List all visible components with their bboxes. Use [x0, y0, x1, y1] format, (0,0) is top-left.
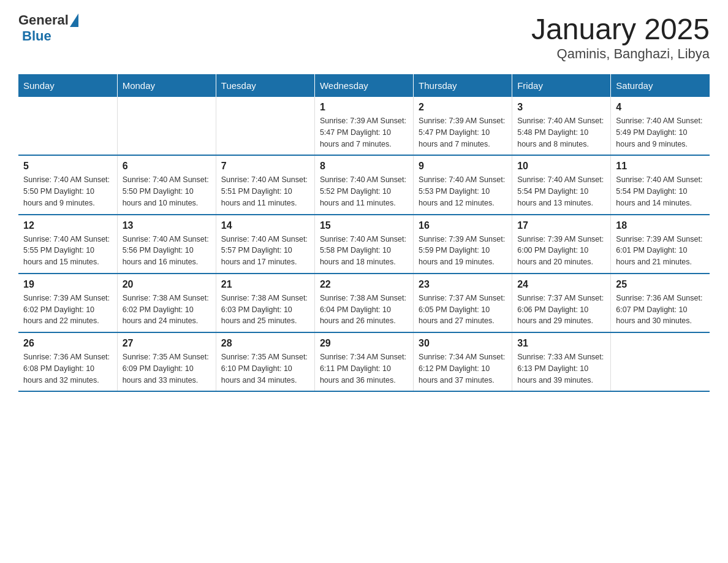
day-cell: 3Sunrise: 7:40 AM Sunset: 5:48 PM Daylig…	[512, 97, 611, 155]
day-cell	[611, 332, 710, 391]
logo-general-text: General	[18, 12, 69, 28]
day-number: 19	[23, 279, 112, 290]
day-info: Sunrise: 7:33 AM Sunset: 6:13 PM Dayligh…	[517, 351, 605, 386]
day-cell: 2Sunrise: 7:39 AM Sunset: 5:47 PM Daylig…	[414, 97, 512, 155]
day-cell: 18Sunrise: 7:39 AM Sunset: 6:01 PM Dayli…	[611, 215, 710, 274]
day-cell: 13Sunrise: 7:40 AM Sunset: 5:56 PM Dayli…	[117, 215, 216, 274]
logo-blue-text: Blue	[22, 28, 51, 44]
day-info: Sunrise: 7:36 AM Sunset: 6:08 PM Dayligh…	[23, 351, 112, 386]
day-number: 12	[23, 220, 112, 231]
day-cell: 8Sunrise: 7:40 AM Sunset: 5:52 PM Daylig…	[314, 155, 413, 214]
day-number: 22	[320, 279, 408, 290]
day-number: 28	[221, 338, 309, 349]
day-header-saturday: Saturday	[611, 74, 710, 97]
day-cell: 11Sunrise: 7:40 AM Sunset: 5:54 PM Dayli…	[611, 155, 710, 214]
day-info: Sunrise: 7:40 AM Sunset: 5:54 PM Dayligh…	[616, 174, 705, 209]
day-cell: 22Sunrise: 7:38 AM Sunset: 6:04 PM Dayli…	[314, 274, 413, 332]
day-info: Sunrise: 7:40 AM Sunset: 5:56 PM Dayligh…	[123, 234, 211, 268]
day-cell	[117, 97, 216, 155]
day-number: 3	[517, 102, 605, 113]
day-cell: 15Sunrise: 7:40 AM Sunset: 5:58 PM Dayli…	[314, 215, 413, 274]
day-number: 16	[419, 220, 507, 231]
day-cell: 16Sunrise: 7:39 AM Sunset: 5:59 PM Dayli…	[414, 215, 512, 274]
day-info: Sunrise: 7:40 AM Sunset: 5:58 PM Dayligh…	[320, 234, 408, 268]
day-number: 11	[616, 161, 705, 172]
day-info: Sunrise: 7:40 AM Sunset: 5:52 PM Dayligh…	[320, 174, 408, 209]
day-cell: 24Sunrise: 7:37 AM Sunset: 6:06 PM Dayli…	[512, 274, 611, 332]
day-number: 24	[517, 279, 605, 290]
day-number: 9	[419, 161, 507, 172]
day-info: Sunrise: 7:40 AM Sunset: 5:50 PM Dayligh…	[123, 174, 211, 209]
day-info: Sunrise: 7:37 AM Sunset: 6:06 PM Dayligh…	[517, 293, 605, 327]
day-header-thursday: Thursday	[414, 74, 512, 97]
calendar-table: SundayMondayTuesdayWednesdayThursdayFrid…	[18, 74, 710, 392]
day-cell: 21Sunrise: 7:38 AM Sunset: 6:03 PM Dayli…	[216, 274, 314, 332]
day-cell	[216, 97, 314, 155]
day-info: Sunrise: 7:40 AM Sunset: 5:49 PM Dayligh…	[616, 115, 705, 150]
day-cell: 7Sunrise: 7:40 AM Sunset: 5:51 PM Daylig…	[216, 155, 314, 214]
day-cell: 12Sunrise: 7:40 AM Sunset: 5:55 PM Dayli…	[18, 215, 117, 274]
day-cell: 28Sunrise: 7:35 AM Sunset: 6:10 PM Dayli…	[216, 332, 314, 391]
day-cell: 17Sunrise: 7:39 AM Sunset: 6:00 PM Dayli…	[512, 215, 611, 274]
day-info: Sunrise: 7:40 AM Sunset: 5:55 PM Dayligh…	[23, 234, 112, 268]
day-cell: 4Sunrise: 7:40 AM Sunset: 5:49 PM Daylig…	[611, 97, 710, 155]
day-info: Sunrise: 7:40 AM Sunset: 5:48 PM Dayligh…	[517, 115, 605, 150]
day-number: 14	[221, 220, 309, 231]
day-number: 4	[616, 102, 705, 113]
day-number: 10	[517, 161, 605, 172]
day-number: 31	[517, 338, 605, 349]
day-number: 27	[123, 338, 211, 349]
day-number: 25	[616, 279, 705, 290]
calendar-subtitle: Qaminis, Banghazi, Libya	[531, 46, 710, 62]
day-number: 15	[320, 220, 408, 231]
week-row-2: 5Sunrise: 7:40 AM Sunset: 5:50 PM Daylig…	[18, 155, 710, 214]
week-row-5: 26Sunrise: 7:36 AM Sunset: 6:08 PM Dayli…	[18, 332, 710, 391]
day-info: Sunrise: 7:39 AM Sunset: 5:47 PM Dayligh…	[419, 115, 507, 150]
day-info: Sunrise: 7:38 AM Sunset: 6:04 PM Dayligh…	[320, 293, 408, 327]
day-info: Sunrise: 7:40 AM Sunset: 5:54 PM Dayligh…	[517, 174, 605, 209]
day-header-tuesday: Tuesday	[216, 74, 314, 97]
day-info: Sunrise: 7:40 AM Sunset: 5:51 PM Dayligh…	[221, 174, 309, 209]
day-number: 8	[320, 161, 408, 172]
day-info: Sunrise: 7:40 AM Sunset: 5:53 PM Dayligh…	[419, 174, 507, 209]
week-row-3: 12Sunrise: 7:40 AM Sunset: 5:55 PM Dayli…	[18, 215, 710, 274]
header-row: SundayMondayTuesdayWednesdayThursdayFrid…	[18, 74, 710, 97]
day-cell: 25Sunrise: 7:36 AM Sunset: 6:07 PM Dayli…	[611, 274, 710, 332]
day-info: Sunrise: 7:39 AM Sunset: 5:47 PM Dayligh…	[320, 115, 408, 150]
day-info: Sunrise: 7:35 AM Sunset: 6:09 PM Dayligh…	[123, 351, 211, 386]
title-block: January 2025 Qaminis, Banghazi, Libya	[531, 12, 710, 62]
day-cell: 6Sunrise: 7:40 AM Sunset: 5:50 PM Daylig…	[117, 155, 216, 214]
day-info: Sunrise: 7:40 AM Sunset: 5:50 PM Dayligh…	[23, 174, 112, 209]
day-number: 20	[123, 279, 211, 290]
day-info: Sunrise: 7:34 AM Sunset: 6:11 PM Dayligh…	[320, 351, 408, 386]
day-number: 13	[123, 220, 211, 231]
logo-triangle-icon	[70, 13, 78, 27]
day-info: Sunrise: 7:40 AM Sunset: 5:57 PM Dayligh…	[221, 234, 309, 268]
day-cell: 23Sunrise: 7:37 AM Sunset: 6:05 PM Dayli…	[414, 274, 512, 332]
day-header-monday: Monday	[117, 74, 216, 97]
day-info: Sunrise: 7:38 AM Sunset: 6:03 PM Dayligh…	[221, 293, 309, 327]
day-cell: 20Sunrise: 7:38 AM Sunset: 6:02 PM Dayli…	[117, 274, 216, 332]
day-number: 18	[616, 220, 705, 231]
week-row-4: 19Sunrise: 7:39 AM Sunset: 6:02 PM Dayli…	[18, 274, 710, 332]
day-cell: 30Sunrise: 7:34 AM Sunset: 6:12 PM Dayli…	[414, 332, 512, 391]
day-cell: 5Sunrise: 7:40 AM Sunset: 5:50 PM Daylig…	[18, 155, 117, 214]
day-number: 21	[221, 279, 309, 290]
day-header-sunday: Sunday	[18, 74, 117, 97]
day-number: 6	[123, 161, 211, 172]
day-cell: 29Sunrise: 7:34 AM Sunset: 6:11 PM Dayli…	[314, 332, 413, 391]
day-number: 5	[23, 161, 112, 172]
day-info: Sunrise: 7:38 AM Sunset: 6:02 PM Dayligh…	[123, 293, 211, 327]
day-number: 2	[419, 102, 507, 113]
day-cell: 9Sunrise: 7:40 AM Sunset: 5:53 PM Daylig…	[414, 155, 512, 214]
day-number: 30	[419, 338, 507, 349]
day-info: Sunrise: 7:34 AM Sunset: 6:12 PM Dayligh…	[419, 351, 507, 386]
day-number: 1	[320, 102, 408, 113]
day-info: Sunrise: 7:39 AM Sunset: 6:00 PM Dayligh…	[517, 234, 605, 268]
day-number: 23	[419, 279, 507, 290]
day-cell: 26Sunrise: 7:36 AM Sunset: 6:08 PM Dayli…	[18, 332, 117, 391]
day-cell: 14Sunrise: 7:40 AM Sunset: 5:57 PM Dayli…	[216, 215, 314, 274]
day-info: Sunrise: 7:39 AM Sunset: 6:01 PM Dayligh…	[616, 234, 705, 268]
day-number: 26	[23, 338, 112, 349]
day-info: Sunrise: 7:36 AM Sunset: 6:07 PM Dayligh…	[616, 293, 705, 327]
